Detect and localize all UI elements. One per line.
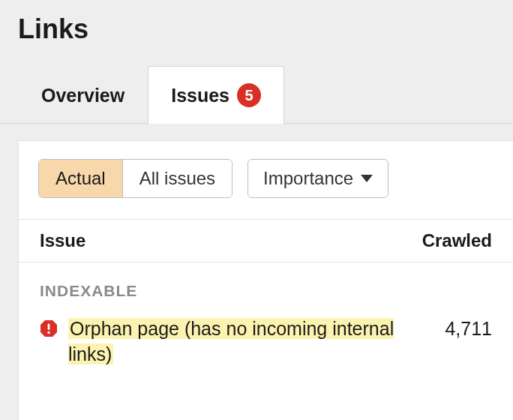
chevron-down-icon: [361, 175, 373, 182]
page-title: Links: [0, 0, 513, 66]
filter-all-issues-button[interactable]: All issues: [122, 160, 232, 197]
crawled-count: 4,711: [432, 316, 492, 340]
tabs: Overview Issues 5: [0, 66, 513, 124]
sort-dropdown[interactable]: Importance: [248, 159, 388, 198]
issues-panel: Actual All issues Importance Issue Crawl…: [18, 140, 513, 420]
issue-filter-segment: Actual All issues: [38, 159, 232, 198]
tab-issues[interactable]: Issues 5: [148, 66, 284, 124]
issues-count-badge: 5: [237, 83, 261, 107]
svg-point-2: [47, 332, 50, 334]
tab-overview[interactable]: Overview: [18, 68, 148, 123]
col-crawled-header: Crawled: [422, 230, 492, 251]
sort-dropdown-label: Importance: [263, 168, 353, 189]
tab-issues-label: Issues: [171, 85, 230, 106]
tab-overview-label: Overview: [41, 85, 124, 106]
issue-text-highlight: Orphan page (has no incoming internal li…: [68, 318, 394, 364]
col-issue-header: Issue: [40, 230, 86, 251]
alert-icon: [40, 320, 58, 338]
issue-text: Orphan page (has no incoming internal li…: [68, 316, 406, 368]
table-row[interactable]: Orphan page (has no incoming internal li…: [19, 314, 513, 382]
filter-controls: Actual All issues Importance: [19, 141, 513, 219]
table-header: Issue Crawled: [19, 219, 513, 262]
filter-actual-button[interactable]: Actual: [39, 160, 122, 197]
section-indexable-label: INDEXABLE: [19, 262, 513, 314]
svg-rect-1: [48, 324, 50, 331]
